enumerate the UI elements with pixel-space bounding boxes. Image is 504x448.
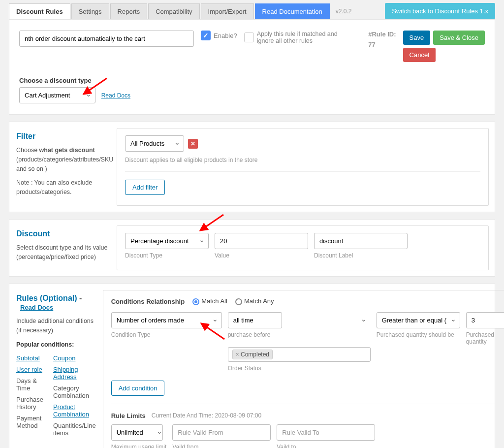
filter-note: Note : You can also exclude products/cat… xyxy=(16,178,110,197)
order-status-tagbox[interactable]: Completed xyxy=(228,347,371,362)
filter-description: Choose what gets discount (products/cate… xyxy=(16,146,110,173)
rules-description: Include additional conditions (if necess… xyxy=(16,317,96,335)
order-status-tag[interactable]: Completed xyxy=(232,350,273,359)
order-status-label: Order Status xyxy=(228,365,371,372)
purchased-qty-input[interactable] xyxy=(466,312,504,328)
rule-name-input[interactable] xyxy=(19,31,194,47)
save-close-button[interactable]: Save & Close xyxy=(433,31,485,45)
apply-if-matched-checkbox[interactable] xyxy=(244,32,254,42)
tab-settings[interactable]: Settings xyxy=(71,3,109,19)
tab-compatibility[interactable]: Compatibility xyxy=(148,3,199,19)
rules-section: Rules (Optional) - Read Docs Include add… xyxy=(9,284,495,448)
valid-to-label: Vaild to xyxy=(277,444,375,448)
cond-link-subtotal[interactable]: Subtotal xyxy=(16,354,43,362)
discount-type-value-select[interactable]: Percentage discount xyxy=(125,233,209,249)
apply-if-matched-label: Apply this rule if matched and ignore al… xyxy=(257,31,355,44)
match-any-radio[interactable]: Match Any xyxy=(235,297,274,305)
valid-from-input[interactable] xyxy=(172,424,271,441)
remove-filter-icon[interactable]: ✕ xyxy=(188,139,198,149)
read-docs-link[interactable]: Read Docs xyxy=(101,92,130,99)
filter-applies-text: Discount applies to all eligible product… xyxy=(125,157,480,163)
qty-should-label: Purchased quantity should be xyxy=(377,331,460,338)
rule-limits-label: Rule Limits xyxy=(111,412,146,419)
filter-title: Filter xyxy=(16,132,110,141)
filter-select[interactable]: All Products xyxy=(125,135,184,152)
discount-section: Discount Select discount type and its va… xyxy=(9,219,495,277)
cond-link-shipping-address[interactable]: Shipping Address xyxy=(53,366,96,381)
cond-link-quantities: Quantities/Line items xyxy=(53,422,96,437)
enable-checkbox[interactable] xyxy=(201,31,211,40)
version-label: v2.0.2 xyxy=(331,4,357,19)
cond-link-payment-method: Payment Method xyxy=(16,415,43,429)
valid-from-label: Vaild from xyxy=(172,444,271,448)
popular-conditions-label: Popular conditions: xyxy=(16,340,96,350)
cond-link-days-time: Days & Time xyxy=(16,377,43,392)
cond-link-category-combination: Category Combination xyxy=(53,384,96,399)
current-date-label: Current Date And Time: 2020-08-09 07:00 xyxy=(152,412,261,419)
add-condition-button[interactable]: Add condition xyxy=(111,381,165,396)
rules-title: Rules (Optional) - Read Docs xyxy=(16,294,96,312)
cond-link-coupon[interactable]: Coupon xyxy=(53,354,96,362)
usage-limit-label: Maximum usage limit xyxy=(111,444,167,448)
cond-link-purchase-history: Purchase History xyxy=(16,396,43,411)
switch-version-button[interactable]: Switch back to Discount Rules 1.x xyxy=(385,3,495,19)
condition-type-label: Condition Type xyxy=(111,331,222,338)
rule-header-panel: Enable? Apply this rule if matched and i… xyxy=(9,19,495,115)
add-filter-button[interactable]: Add filter xyxy=(125,180,165,195)
discount-value-input[interactable] xyxy=(215,233,308,249)
discount-type-select[interactable]: Cart Adjustment xyxy=(19,87,95,103)
tab-discount-rules[interactable]: Discount Rules xyxy=(9,3,70,19)
discount-label-label: Discount Label xyxy=(314,252,408,259)
purchase-before-label: purchase before xyxy=(228,331,371,338)
purchase-before-select[interactable]: all time xyxy=(228,312,282,328)
rule-id-block: #Rule ID: 77 xyxy=(368,31,396,48)
cond-link-user-role[interactable]: User role xyxy=(16,366,43,373)
save-button[interactable]: Save xyxy=(403,31,431,45)
tab-read-documentation[interactable]: Read Documentation xyxy=(255,3,330,19)
usage-limit-select[interactable]: Unlimited xyxy=(111,424,163,441)
condition-type-select[interactable]: Number of orders made xyxy=(111,312,222,328)
discount-description: Select discount type and its value (perc… xyxy=(16,243,110,262)
tab-reports[interactable]: Reports xyxy=(110,3,148,19)
cond-link-product-combination[interactable]: Product Combination xyxy=(53,403,96,418)
tab-bar: Discount Rules Settings Reports Compatib… xyxy=(0,0,504,19)
discount-label-input[interactable] xyxy=(314,233,408,249)
qty-should-select[interactable]: Greater than or equal ( >= ) xyxy=(377,312,460,328)
conditions-relationship-label: Conditions Relationship xyxy=(111,298,185,305)
valid-to-input[interactable] xyxy=(277,424,375,441)
discount-type-field-label: Discount Type xyxy=(125,252,209,259)
discount-value-label: Value xyxy=(215,252,308,259)
tab-import-export[interactable]: Import/Export xyxy=(201,3,254,19)
match-all-radio[interactable]: Match All xyxy=(192,297,227,305)
rule-id-value: 77 xyxy=(368,41,396,48)
rules-read-docs-link[interactable]: Read Docs xyxy=(20,304,53,311)
purchased-qty-label: Purchased quantity xyxy=(466,331,504,345)
discount-type-label: Choose a discount type xyxy=(19,77,485,84)
cancel-button[interactable]: Cancel xyxy=(403,48,436,62)
enable-label: Enable? xyxy=(214,32,237,39)
filter-section: Filter Choose what gets discount (produc… xyxy=(9,122,495,212)
discount-title: Discount xyxy=(16,229,110,238)
